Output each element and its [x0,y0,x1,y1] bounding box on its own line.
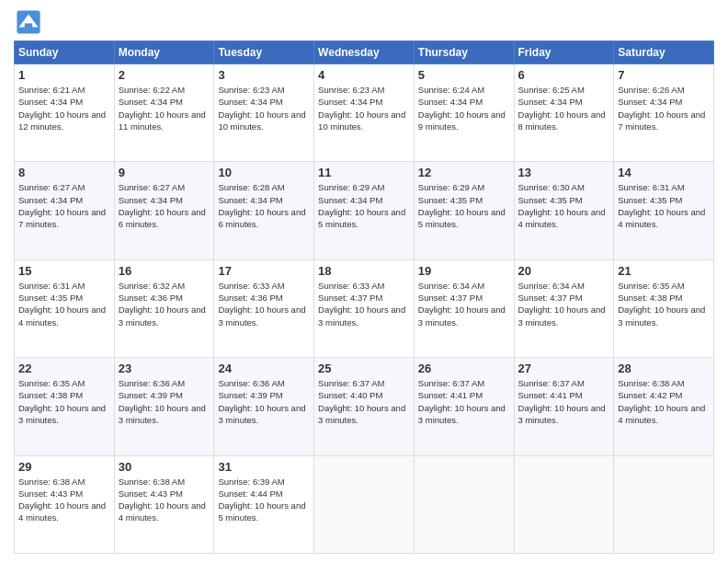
day-info: Sunrise: 6:37 AM Sunset: 4:41 PM Dayligh… [418,377,510,426]
day-number: 8 [18,166,110,179]
day-number: 22 [18,362,110,375]
day-info: Sunrise: 6:34 AM Sunset: 4:37 PM Dayligh… [418,280,510,328]
calendar-cell: 16Sunrise: 6:32 AM Sunset: 4:36 PM Dayli… [114,259,214,357]
calendar-cell: 30Sunrise: 6:38 AM Sunset: 4:43 PM Dayli… [114,455,214,553]
day-info: Sunrise: 6:37 AM Sunset: 4:40 PM Dayligh… [318,377,410,426]
day-number: 6 [518,68,610,82]
day-number: 12 [418,166,510,179]
calendar-cell [414,455,514,553]
day-header-monday: Monday [114,41,214,64]
day-number: 7 [618,68,710,82]
day-number: 29 [18,460,110,474]
day-info: Sunrise: 6:21 AM Sunset: 4:34 PM Dayligh… [18,84,110,132]
calendar-cell: 20Sunrise: 6:34 AM Sunset: 4:37 PM Dayli… [514,259,614,357]
day-info: Sunrise: 6:26 AM Sunset: 4:34 PM Dayligh… [618,84,710,132]
day-info: Sunrise: 6:35 AM Sunset: 4:38 PM Dayligh… [18,377,110,426]
calendar-cell: 8Sunrise: 6:27 AM Sunset: 4:34 PM Daylig… [15,162,115,259]
day-number: 18 [318,264,410,278]
day-info: Sunrise: 6:27 AM Sunset: 4:34 PM Dayligh… [18,181,110,230]
calendar-cell: 4Sunrise: 6:23 AM Sunset: 4:34 PM Daylig… [314,64,415,162]
day-header-thursday: Thursday [414,41,514,64]
day-number: 27 [518,362,610,375]
day-info: Sunrise: 6:38 AM Sunset: 4:42 PM Dayligh… [618,377,710,426]
calendar-cell: 14Sunrise: 6:31 AM Sunset: 4:35 PM Dayli… [614,162,714,259]
day-number: 16 [119,264,210,278]
day-number: 1 [18,68,110,82]
day-number: 15 [18,264,110,278]
day-info: Sunrise: 6:22 AM Sunset: 4:34 PM Dayligh… [119,84,210,132]
day-header-tuesday: Tuesday [214,41,314,64]
week-row-2: 15Sunrise: 6:31 AM Sunset: 4:35 PM Dayli… [15,259,714,357]
calendar-cell [614,455,714,553]
day-info: Sunrise: 6:37 AM Sunset: 4:41 PM Dayligh… [518,377,610,426]
calendar-cell: 3Sunrise: 6:23 AM Sunset: 4:34 PM Daylig… [214,64,314,162]
calendar-cell: 29Sunrise: 6:38 AM Sunset: 4:43 PM Dayli… [15,455,115,553]
logo-icon [16,9,41,35]
calendar-cell: 24Sunrise: 6:36 AM Sunset: 4:39 PM Dayli… [214,358,314,455]
calendar-cell: 6Sunrise: 6:25 AM Sunset: 4:34 PM Daylig… [514,64,614,162]
calendar-cell: 27Sunrise: 6:37 AM Sunset: 4:41 PM Dayli… [514,358,614,455]
day-number: 5 [418,68,510,82]
day-number: 3 [218,68,310,82]
calendar-cell: 17Sunrise: 6:33 AM Sunset: 4:36 PM Dayli… [214,259,314,357]
day-info: Sunrise: 6:25 AM Sunset: 4:34 PM Dayligh… [518,84,610,132]
day-info: Sunrise: 6:29 AM Sunset: 4:34 PM Dayligh… [318,181,410,230]
calendar-cell: 28Sunrise: 6:38 AM Sunset: 4:42 PM Dayli… [614,358,714,455]
day-number: 20 [518,264,610,278]
day-info: Sunrise: 6:32 AM Sunset: 4:36 PM Dayligh… [119,280,210,328]
day-number: 19 [418,264,510,278]
day-number: 25 [318,362,410,375]
day-header-friday: Friday [514,41,614,64]
svg-rect-2 [25,23,32,29]
calendar-cell: 18Sunrise: 6:33 AM Sunset: 4:37 PM Dayli… [314,259,415,357]
day-number: 14 [618,166,710,179]
day-info: Sunrise: 6:31 AM Sunset: 4:35 PM Dayligh… [618,181,710,230]
day-info: Sunrise: 6:30 AM Sunset: 4:35 PM Dayligh… [518,181,610,230]
calendar-cell: 10Sunrise: 6:28 AM Sunset: 4:34 PM Dayli… [214,162,314,259]
day-number: 23 [119,362,210,375]
day-number: 26 [418,362,510,375]
calendar-cell: 11Sunrise: 6:29 AM Sunset: 4:34 PM Dayli… [314,162,415,259]
day-info: Sunrise: 6:36 AM Sunset: 4:39 PM Dayligh… [218,377,310,426]
day-number: 24 [218,362,310,375]
day-info: Sunrise: 6:33 AM Sunset: 4:37 PM Dayligh… [318,280,410,328]
day-number: 10 [218,166,310,179]
calendar-cell: 5Sunrise: 6:24 AM Sunset: 4:34 PM Daylig… [414,64,514,162]
calendar-header-row: SundayMondayTuesdayWednesdayThursdayFrid… [15,41,714,64]
day-number: 28 [618,362,710,375]
day-number: 13 [518,166,610,179]
calendar-cell [314,455,415,553]
day-info: Sunrise: 6:35 AM Sunset: 4:38 PM Dayligh… [618,280,710,328]
day-info: Sunrise: 6:24 AM Sunset: 4:34 PM Dayligh… [418,84,510,132]
calendar-cell: 21Sunrise: 6:35 AM Sunset: 4:38 PM Dayli… [614,259,714,357]
day-info: Sunrise: 6:38 AM Sunset: 4:43 PM Dayligh… [18,476,110,524]
day-number: 2 [119,68,210,82]
calendar-cell: 1Sunrise: 6:21 AM Sunset: 4:34 PM Daylig… [15,64,115,162]
calendar-cell: 2Sunrise: 6:22 AM Sunset: 4:34 PM Daylig… [114,64,214,162]
calendar-cell: 7Sunrise: 6:26 AM Sunset: 4:34 PM Daylig… [614,64,714,162]
calendar-cell [514,455,614,553]
calendar-cell: 13Sunrise: 6:30 AM Sunset: 4:35 PM Dayli… [514,162,614,259]
day-number: 31 [218,460,310,474]
day-header-wednesday: Wednesday [314,41,415,64]
day-number: 17 [218,264,310,278]
calendar-cell: 22Sunrise: 6:35 AM Sunset: 4:38 PM Dayli… [15,358,115,455]
day-info: Sunrise: 6:28 AM Sunset: 4:34 PM Dayligh… [218,181,310,230]
day-number: 4 [318,68,410,82]
calendar-cell: 31Sunrise: 6:39 AM Sunset: 4:44 PM Dayli… [214,455,314,553]
day-info: Sunrise: 6:34 AM Sunset: 4:37 PM Dayligh… [518,280,610,328]
day-info: Sunrise: 6:23 AM Sunset: 4:34 PM Dayligh… [318,84,410,132]
calendar-cell: 23Sunrise: 6:36 AM Sunset: 4:39 PM Dayli… [114,358,214,455]
calendar-cell: 25Sunrise: 6:37 AM Sunset: 4:40 PM Dayli… [314,358,415,455]
day-info: Sunrise: 6:33 AM Sunset: 4:36 PM Dayligh… [218,280,310,328]
day-info: Sunrise: 6:29 AM Sunset: 4:35 PM Dayligh… [418,181,510,230]
day-info: Sunrise: 6:39 AM Sunset: 4:44 PM Dayligh… [218,476,310,524]
day-info: Sunrise: 6:27 AM Sunset: 4:34 PM Dayligh… [119,181,210,230]
week-row-4: 29Sunrise: 6:38 AM Sunset: 4:43 PM Dayli… [15,455,714,553]
calendar-cell: 19Sunrise: 6:34 AM Sunset: 4:37 PM Dayli… [414,259,514,357]
logo [14,9,41,35]
day-header-sunday: Sunday [15,41,115,64]
day-info: Sunrise: 6:36 AM Sunset: 4:39 PM Dayligh… [119,377,210,426]
day-number: 30 [119,460,210,474]
header [14,9,714,35]
